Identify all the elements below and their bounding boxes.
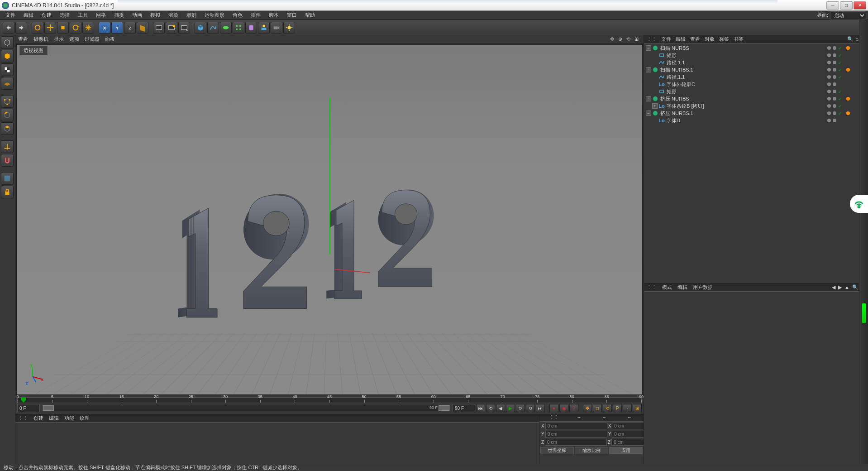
z-axis-lock[interactable]: Z bbox=[124, 22, 136, 34]
tree-row[interactable]: 矩形✓ bbox=[645, 52, 867, 59]
tree-row[interactable]: Lo字体D bbox=[645, 117, 867, 124]
add-deformer[interactable] bbox=[245, 22, 257, 34]
edge-mode[interactable] bbox=[1, 109, 14, 121]
polygon-mode[interactable] bbox=[1, 122, 14, 135]
menu-help[interactable]: 帮助 bbox=[301, 11, 319, 19]
key-rot[interactable]: ⟲ bbox=[603, 404, 612, 412]
vp-menu-camera[interactable]: 摄像机 bbox=[33, 36, 48, 43]
menu-simulate[interactable]: 模拟 bbox=[147, 11, 164, 19]
check-icon[interactable]: ✓ bbox=[838, 96, 842, 101]
vp-menu-filter[interactable]: 过滤器 bbox=[85, 36, 100, 43]
visibility-dot[interactable] bbox=[827, 68, 831, 72]
mat-tab-texture[interactable]: 纹理 bbox=[80, 415, 90, 422]
mat-tab-function[interactable]: 功能 bbox=[64, 415, 74, 422]
visibility-dot[interactable] bbox=[827, 53, 831, 57]
object-label[interactable]: 矩形 bbox=[667, 52, 825, 59]
menu-render[interactable]: 渲染 bbox=[165, 11, 182, 19]
menu-file[interactable]: 文件 bbox=[2, 11, 19, 19]
point-mode[interactable] bbox=[1, 95, 14, 108]
coord-world[interactable]: 世界坐标 bbox=[540, 447, 574, 454]
tree-row[interactable]: Lo字体外轮廓C bbox=[645, 81, 867, 88]
tree-row[interactable]: +Lo字体条纹B [拷贝]✓ bbox=[645, 102, 867, 110]
render-view[interactable] bbox=[153, 22, 165, 34]
menu-animate[interactable]: 动画 bbox=[129, 11, 146, 19]
coord-scale[interactable]: 缩放比例 bbox=[575, 447, 608, 454]
play-forward[interactable]: ▶ bbox=[506, 404, 515, 412]
render-picture[interactable] bbox=[166, 22, 177, 34]
expand-icon[interactable]: − bbox=[646, 111, 651, 116]
visibility-dot[interactable] bbox=[833, 82, 836, 86]
attr-fwd[interactable]: ▶ bbox=[838, 284, 842, 290]
menu-window[interactable]: 窗口 bbox=[283, 11, 300, 19]
menu-edit[interactable]: 编辑 bbox=[20, 11, 37, 19]
workplane-mode[interactable] bbox=[1, 77, 14, 90]
attr-search[interactable]: 🔍 bbox=[852, 284, 858, 290]
menu-tools[interactable]: 工具 bbox=[74, 11, 91, 19]
pos-z[interactable] bbox=[545, 439, 607, 446]
visibility-dot[interactable] bbox=[827, 104, 831, 108]
key-pos[interactable]: ✥ bbox=[583, 404, 592, 412]
layout-dropdown[interactable]: 启动 bbox=[830, 11, 866, 19]
wifi-badge[interactable] bbox=[850, 195, 868, 213]
tree-row[interactable]: −扫描 NURBS.1✓ bbox=[645, 66, 867, 73]
attr-up[interactable]: ▲ bbox=[844, 284, 849, 290]
attr-tab-edit[interactable]: 编辑 bbox=[677, 284, 687, 291]
slider-handle-right[interactable] bbox=[439, 405, 449, 411]
axis-mode[interactable] bbox=[1, 140, 14, 153]
timeline-ruler[interactable]: 051015202530354045505560657075808590 bbox=[17, 397, 642, 403]
add-nurbs[interactable] bbox=[220, 22, 232, 34]
viewport-lock[interactable] bbox=[1, 186, 14, 198]
object-label[interactable]: 挤压 NURBS bbox=[660, 96, 825, 102]
x-axis-lock[interactable]: X bbox=[99, 22, 110, 34]
object-label[interactable]: 挤压 NURBS.1 bbox=[660, 110, 825, 117]
tree-row[interactable]: 路径.1.1✓ bbox=[645, 73, 867, 81]
viewport[interactable]: 透视视图 bbox=[16, 44, 643, 395]
vp-zoom-icon[interactable]: ⊕ bbox=[618, 36, 625, 43]
expand-icon[interactable]: + bbox=[652, 103, 658, 109]
menu-sculpt[interactable]: 雕刻 bbox=[183, 11, 200, 19]
home-icon[interactable]: ⌂ bbox=[855, 36, 858, 42]
add-light[interactable] bbox=[283, 22, 295, 34]
vp-menu-display[interactable]: 显示 bbox=[54, 36, 64, 43]
obj-tab-edit[interactable]: 编辑 bbox=[676, 36, 686, 43]
texture-mode[interactable] bbox=[1, 63, 14, 76]
frame-start[interactable] bbox=[17, 404, 40, 412]
visibility-dot[interactable] bbox=[833, 46, 836, 50]
object-label[interactable]: 路径.1.1 bbox=[667, 74, 825, 81]
obj-tab-objects[interactable]: 对象 bbox=[705, 36, 715, 43]
obj-tab-view[interactable]: 查看 bbox=[690, 36, 700, 43]
check-icon[interactable]: ✓ bbox=[838, 75, 842, 80]
object-label[interactable]: 字体外轮廓C bbox=[667, 81, 825, 88]
minimize-button[interactable]: ─ bbox=[826, 1, 839, 10]
maximize-button[interactable]: □ bbox=[840, 1, 853, 10]
visibility-dot[interactable] bbox=[827, 46, 831, 50]
obj-tab-bookmarks[interactable]: 书签 bbox=[734, 36, 744, 43]
move-tool[interactable] bbox=[44, 22, 56, 34]
close-button[interactable]: ✕ bbox=[854, 1, 866, 10]
tag-icon[interactable] bbox=[846, 111, 850, 115]
y-axis-lock[interactable]: Y bbox=[111, 22, 123, 34]
slider-handle-left[interactable] bbox=[43, 405, 54, 411]
visibility-dot[interactable] bbox=[833, 111, 836, 115]
menu-mesh[interactable]: 网格 bbox=[92, 11, 110, 19]
playhead[interactable] bbox=[21, 398, 26, 403]
autokey-button[interactable]: ◉ bbox=[559, 404, 568, 412]
model-mode[interactable] bbox=[1, 50, 14, 62]
vp-maximize-icon[interactable]: ⊞ bbox=[634, 36, 641, 43]
object-label[interactable]: 字体条纹B [拷贝] bbox=[667, 103, 825, 110]
keyframe-button[interactable]: ? bbox=[569, 404, 578, 412]
menu-create[interactable]: 创建 bbox=[38, 11, 55, 19]
key-scale[interactable]: □ bbox=[593, 404, 602, 412]
pos-y[interactable] bbox=[545, 431, 607, 437]
add-spline[interactable] bbox=[207, 22, 219, 34]
menu-plugins[interactable]: 插件 bbox=[247, 11, 264, 19]
pos-x[interactable] bbox=[545, 423, 607, 429]
coord-apply[interactable]: 应用 bbox=[609, 447, 643, 454]
key-param[interactable]: P bbox=[613, 404, 622, 412]
obj-tab-tags[interactable]: 标签 bbox=[719, 36, 729, 43]
menu-select[interactable]: 选择 bbox=[56, 11, 73, 19]
object-label[interactable]: 路径.1.1 bbox=[667, 59, 825, 66]
timeline-slider[interactable]: 90 F bbox=[43, 405, 450, 411]
attr-tab-mode[interactable]: 模式 bbox=[662, 284, 672, 291]
vp-move-icon[interactable]: ✥ bbox=[610, 36, 616, 43]
